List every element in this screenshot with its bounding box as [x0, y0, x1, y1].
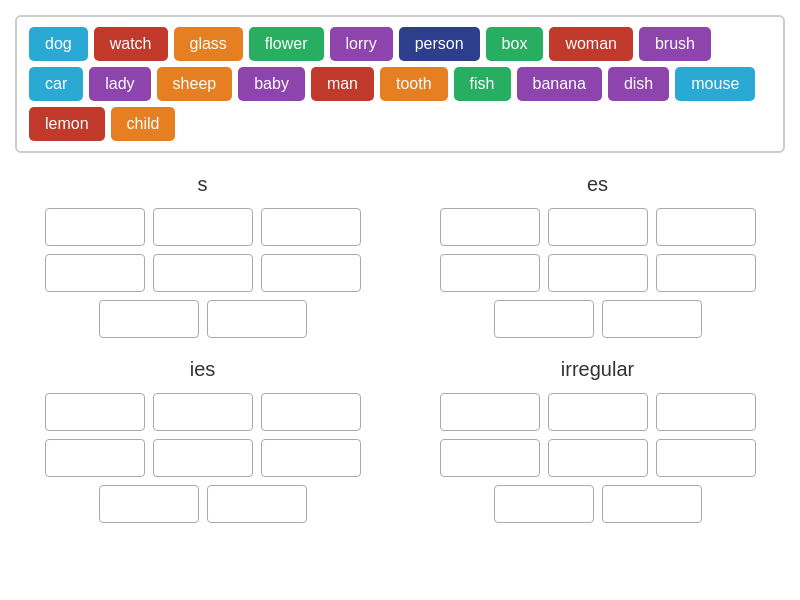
drop-box[interactable]	[261, 439, 361, 477]
drop-box[interactable]	[207, 300, 307, 338]
drop-box[interactable]	[207, 485, 307, 523]
word-tile-fish[interactable]: fish	[454, 67, 511, 101]
drop-box[interactable]	[440, 393, 540, 431]
drop-box[interactable]	[656, 393, 756, 431]
word-tile-watch[interactable]: watch	[94, 27, 168, 61]
word-tile-dish[interactable]: dish	[608, 67, 669, 101]
word-tile-baby[interactable]: baby	[238, 67, 305, 101]
drop-box[interactable]	[45, 254, 145, 292]
drop-box[interactable]	[440, 254, 540, 292]
word-tile-lemon[interactable]: lemon	[29, 107, 105, 141]
drop-box[interactable]	[656, 208, 756, 246]
drop-box[interactable]	[45, 393, 145, 431]
word-tile-car[interactable]: car	[29, 67, 83, 101]
word-tile-man[interactable]: man	[311, 67, 374, 101]
word-tile-woman[interactable]: woman	[549, 27, 633, 61]
drop-box[interactable]	[440, 208, 540, 246]
drop-box[interactable]	[153, 254, 253, 292]
drop-box[interactable]	[494, 300, 594, 338]
drop-grid-irregular	[410, 393, 785, 523]
drop-box[interactable]	[261, 393, 361, 431]
drop-grid-ies	[15, 393, 390, 523]
drop-box[interactable]	[99, 485, 199, 523]
word-tile-lady[interactable]: lady	[89, 67, 150, 101]
drop-box[interactable]	[548, 393, 648, 431]
category-ies: ies	[15, 358, 390, 523]
drop-grid-es	[410, 208, 785, 338]
word-tile-person[interactable]: person	[399, 27, 480, 61]
bottom-categories: ies irregular	[15, 358, 785, 523]
word-bank: dogwatchglassflowerlorrypersonboxwomanbr…	[15, 15, 785, 153]
drop-box[interactable]	[153, 393, 253, 431]
word-tile-brush[interactable]: brush	[639, 27, 711, 61]
drop-box[interactable]	[656, 439, 756, 477]
word-tile-child[interactable]: child	[111, 107, 176, 141]
word-tile-box[interactable]: box	[486, 27, 544, 61]
top-categories: s es	[15, 173, 785, 338]
drop-box[interactable]	[548, 254, 648, 292]
category-irregular-title: irregular	[410, 358, 785, 381]
drop-grid-s	[15, 208, 390, 338]
word-tile-flower[interactable]: flower	[249, 27, 324, 61]
drop-box[interactable]	[548, 208, 648, 246]
drop-box[interactable]	[602, 485, 702, 523]
word-tile-dog[interactable]: dog	[29, 27, 88, 61]
category-s: s	[15, 173, 390, 338]
word-tile-banana[interactable]: banana	[517, 67, 602, 101]
category-es-title: es	[410, 173, 785, 196]
drop-box[interactable]	[153, 208, 253, 246]
drop-box[interactable]	[656, 254, 756, 292]
drop-box[interactable]	[261, 254, 361, 292]
word-tile-sheep[interactable]: sheep	[157, 67, 233, 101]
category-ies-title: ies	[15, 358, 390, 381]
drop-box[interactable]	[45, 208, 145, 246]
word-tile-glass[interactable]: glass	[174, 27, 243, 61]
word-tile-tooth[interactable]: tooth	[380, 67, 448, 101]
drop-box[interactable]	[99, 300, 199, 338]
drop-box[interactable]	[261, 208, 361, 246]
drop-box[interactable]	[602, 300, 702, 338]
drop-box[interactable]	[548, 439, 648, 477]
category-s-title: s	[15, 173, 390, 196]
drop-box[interactable]	[494, 485, 594, 523]
drop-box[interactable]	[153, 439, 253, 477]
category-irregular: irregular	[410, 358, 785, 523]
word-tile-lorry[interactable]: lorry	[330, 27, 393, 61]
category-es: es	[410, 173, 785, 338]
word-tile-mouse[interactable]: mouse	[675, 67, 755, 101]
drop-box[interactable]	[440, 439, 540, 477]
drop-box[interactable]	[45, 439, 145, 477]
